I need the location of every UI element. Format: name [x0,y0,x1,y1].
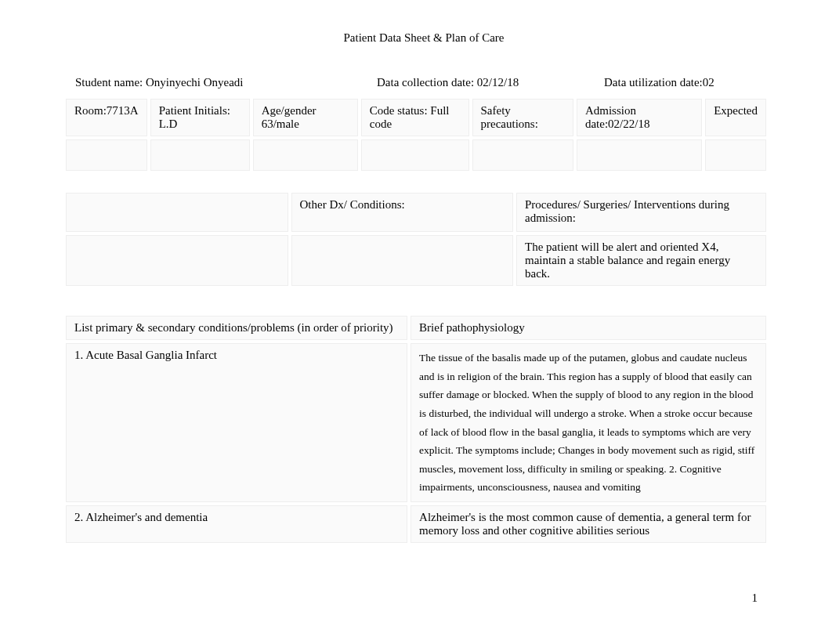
page-number: 1 [752,592,758,605]
room-cell: Room:7713A [66,99,147,136]
age-gender-cell: Age/gender 63/male [253,99,358,136]
t2-c2r2 [291,235,514,286]
code-status-cell: Code status: Full code [361,99,469,136]
pathophysiology-header: Brief pathophysiology [411,316,766,340]
data-collection-date: Data collection date: 02/12/18 [377,76,604,89]
empty-cell [66,139,147,171]
conditions-pathophysiology-table: List primary & secondary conditions/prob… [63,313,769,546]
condition-2: 2. Alzheimer's and dementia [66,505,407,543]
procedures-header: Procedures/ Surgeries/ Interventions dur… [516,193,766,232]
empty-cell [253,139,358,171]
admission-cell: Admission date:02/22/18 [577,99,702,136]
data-utilization-date: Data utilization date:02 [604,76,757,89]
header-row: Student name: Onyinyechi Onyeadi Data co… [63,76,769,89]
condition-1: 1. Acute Basal Ganglia Infarct [66,343,407,502]
patient-info-table: Room:7713A Patient Initials: L.D Age/gen… [63,96,769,174]
pathophysiology-1: The tissue of the basalis made up of the… [411,343,766,502]
empty-cell [577,139,702,171]
empty-cell [361,139,469,171]
document-title: Patient Data Sheet & Plan of Care [78,31,769,45]
t2-c1r1 [66,193,288,232]
t2-c1r2 [66,235,288,286]
other-dx-header: Other Dx/ Conditions: [291,193,514,232]
document-page: Patient Data Sheet & Plan of Care Studen… [0,0,832,577]
empty-cell [472,139,573,171]
expected-cell: Expected [705,99,766,136]
safety-cell: Safety precautions: [472,99,573,136]
conditions-procedures-table: Other Dx/ Conditions: Procedures/ Surger… [63,190,769,289]
student-name: Student name: Onyinyechi Onyeadi [75,76,377,89]
empty-cell [705,139,766,171]
pathophysiology-2: Alzheimer's is the most common cause of … [411,505,766,543]
initials-cell: Patient Initials: L.D [150,99,250,136]
empty-cell [150,139,250,171]
patient-goals: The patient will be alert and oriented X… [516,235,766,286]
conditions-header: List primary & secondary conditions/prob… [66,316,407,340]
